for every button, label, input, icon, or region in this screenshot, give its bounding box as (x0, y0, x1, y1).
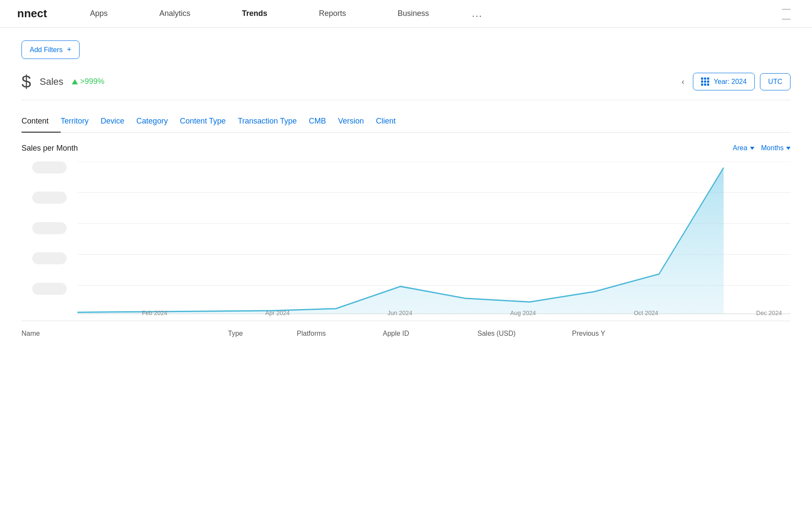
chart-header: Sales per Month Area Months (22, 144, 790, 153)
x-label-aug: Aug 2024 (510, 310, 536, 316)
minimize-button[interactable]: — — (782, 7, 799, 20)
chart-section: Sales per Month Area Months (22, 144, 790, 316)
chart-controls: Area Months (733, 144, 790, 152)
dollar-sign: $ (22, 72, 31, 91)
x-label-jun: Jun 2024 (388, 310, 412, 316)
nav-items-container: Apps Analytics Trends Reports Business .… (64, 0, 769, 27)
tab-category[interactable]: Category (136, 112, 180, 132)
tab-transaction-type[interactable]: Transaction Type (238, 112, 309, 132)
chart-container: Feb 2024 Apr 2024 Jun 2024 Aug 2024 Oct … (22, 161, 790, 316)
table-header: Name Type Platforms Apple ID Sales (USD)… (22, 321, 790, 346)
table-col-platforms: Platforms (297, 330, 383, 337)
table-col-type: Type (228, 330, 297, 337)
sales-left: $ Sales >999% (22, 72, 105, 91)
sales-change-value: >999% (80, 77, 105, 86)
sales-summary-row: $ Sales >999% ‹ Year: 2024 UTC (22, 72, 790, 100)
main-content: Add Filters + $ Sales >999% ‹ Year: 2024 (0, 28, 812, 346)
year-selector-button[interactable]: Year: 2024 (693, 73, 755, 90)
area-chevron-icon (750, 147, 754, 150)
table-col-sales: Sales (USD) (477, 330, 572, 337)
tab-content-type[interactable]: Content Type (180, 112, 238, 132)
nav-more-button[interactable]: ... (455, 8, 500, 19)
months-chevron-icon (786, 147, 790, 150)
y-axis-label-1 (32, 283, 67, 295)
chart-title: Sales per Month (22, 144, 78, 153)
year-label: Year: 2024 (714, 78, 747, 86)
plus-icon: + (67, 45, 71, 54)
sales-label: Sales (40, 76, 63, 87)
table-col-name: Name (22, 330, 228, 337)
chart-y-axis (22, 161, 77, 295)
tab-version[interactable]: Version (338, 112, 376, 132)
triangle-up-icon (72, 79, 78, 84)
add-filters-button[interactable]: Add Filters + (22, 40, 80, 59)
tabs-row: Content Territory Device Category Conten… (22, 112, 790, 133)
months-selector-button[interactable]: Months (761, 144, 790, 152)
chart-svg (77, 161, 790, 316)
nav-item-business[interactable]: Business (372, 0, 455, 27)
tab-cmb[interactable]: CMB (309, 112, 338, 132)
x-label-feb: Feb 2024 (142, 310, 167, 316)
nav-item-reports[interactable]: Reports (293, 0, 372, 27)
tab-content[interactable]: Content (22, 112, 61, 133)
brand-logo: nnect (0, 7, 64, 20)
area-label: Area (733, 144, 747, 152)
nav-item-trends[interactable]: Trends (216, 0, 293, 27)
x-label-oct: Oct 2024 (634, 310, 658, 316)
tab-client[interactable]: Client (376, 112, 408, 132)
top-navigation: nnect Apps Analytics Trends Reports Busi… (0, 0, 812, 28)
nav-right-controls: — — (769, 7, 812, 20)
months-label: Months (761, 144, 784, 152)
table-col-prev-year: Previous Y (572, 330, 790, 337)
sales-change-indicator: >999% (72, 77, 105, 86)
x-label-dec: Dec 2024 (756, 310, 782, 316)
area-selector-button[interactable]: Area (733, 144, 754, 152)
table-col-apple-id: Apple ID (383, 330, 477, 337)
add-filters-label: Add Filters (30, 46, 62, 54)
tab-territory[interactable]: Territory (61, 112, 101, 132)
chart-area-fill (77, 167, 724, 314)
utc-button[interactable]: UTC (760, 73, 790, 90)
nav-item-analytics[interactable]: Analytics (133, 0, 216, 27)
x-axis-labels: Feb 2024 Apr 2024 Jun 2024 Aug 2024 Oct … (133, 310, 790, 316)
y-axis-label-5 (32, 161, 67, 173)
prev-year-arrow[interactable]: ‹ (678, 77, 688, 87)
nav-item-apps[interactable]: Apps (64, 0, 133, 27)
sales-right: ‹ Year: 2024 UTC (678, 73, 790, 90)
x-label-apr: Apr 2024 (265, 310, 290, 316)
tab-device[interactable]: Device (101, 112, 136, 132)
chart-area: Feb 2024 Apr 2024 Jun 2024 Aug 2024 Oct … (77, 161, 790, 316)
filters-row: Add Filters + (22, 40, 790, 59)
grid-icon (701, 77, 709, 86)
y-axis-label-3 (32, 222, 67, 234)
y-axis-label-4 (32, 192, 67, 204)
y-axis-label-2 (32, 252, 67, 264)
